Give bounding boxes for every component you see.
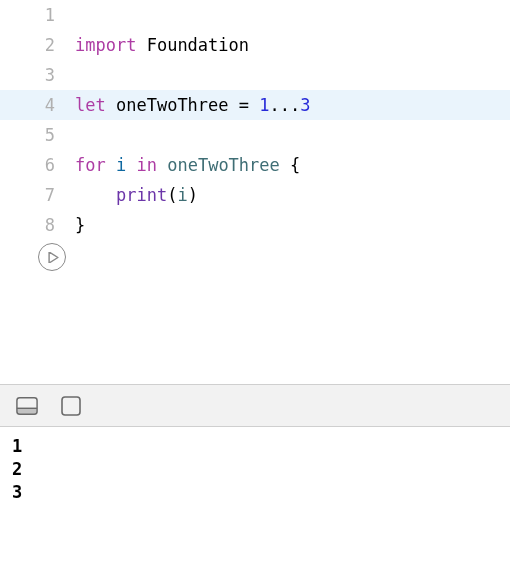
run-button[interactable] — [38, 243, 66, 271]
line-number: 5 — [0, 120, 75, 150]
line-number: 2 — [0, 30, 75, 60]
line-number: 3 — [0, 60, 75, 90]
token-plain: ... — [270, 95, 301, 115]
token-kw: in — [136, 155, 156, 175]
token-ident: i — [116, 155, 126, 175]
token-type: oneTwoThree — [167, 155, 280, 175]
panel-bottom-icon[interactable] — [16, 397, 38, 415]
code-content[interactable]: print(i) — [75, 180, 510, 210]
code-content[interactable]: } — [75, 210, 510, 240]
token-type: i — [177, 185, 187, 205]
token-plain — [106, 95, 116, 115]
code-content[interactable]: let oneTwoThree = 1...3 — [75, 90, 510, 120]
line-number: 4 — [0, 90, 75, 120]
token-plain — [75, 185, 116, 205]
token-kw: let — [75, 95, 106, 115]
token-call: print — [116, 185, 167, 205]
run-row — [0, 240, 510, 274]
token-kw: for — [75, 155, 106, 175]
console-toolbar — [0, 385, 510, 427]
code-line[interactable]: 1 — [0, 0, 510, 30]
code-line[interactable]: 5 — [0, 120, 510, 150]
token-plain: Foundation — [147, 35, 249, 55]
line-number: 8 — [0, 210, 75, 240]
line-number: 6 — [0, 150, 75, 180]
console-output: 123 — [0, 427, 510, 512]
code-line[interactable]: 4let oneTwoThree = 1...3 — [0, 90, 510, 120]
token-plain — [157, 155, 167, 175]
token-plain: oneTwoThree — [116, 95, 229, 115]
token-plain: = — [229, 95, 260, 115]
code-content[interactable]: import Foundation — [75, 30, 510, 60]
token-plain: { — [280, 155, 300, 175]
code-line[interactable]: 3 — [0, 60, 510, 90]
svg-rect-3 — [62, 397, 80, 415]
token-plain — [126, 155, 136, 175]
panel-square-icon[interactable] — [60, 397, 82, 415]
line-number: 1 — [0, 0, 75, 30]
console-line: 3 — [12, 481, 498, 504]
token-plain — [106, 155, 116, 175]
code-content[interactable]: for i in oneTwoThree { — [75, 150, 510, 180]
token-plain: ( — [167, 185, 177, 205]
play-icon — [48, 252, 59, 263]
code-line[interactable]: 8} — [0, 210, 510, 240]
code-line[interactable]: 2import Foundation — [0, 30, 510, 60]
console-line: 2 — [12, 458, 498, 481]
code-editor[interactable]: 12import Foundation34let oneTwoThree = 1… — [0, 0, 510, 240]
token-num: 3 — [300, 95, 310, 115]
token-plain: } — [75, 215, 85, 235]
line-number: 7 — [0, 180, 75, 210]
token-num: 1 — [259, 95, 269, 115]
code-line[interactable]: 7 print(i) — [0, 180, 510, 210]
token-kw: import — [75, 35, 136, 55]
console-line: 1 — [12, 435, 498, 458]
svg-rect-2 — [17, 408, 37, 414]
token-plain: ) — [188, 185, 198, 205]
token-plain — [136, 35, 146, 55]
code-line[interactable]: 6for i in oneTwoThree { — [0, 150, 510, 180]
